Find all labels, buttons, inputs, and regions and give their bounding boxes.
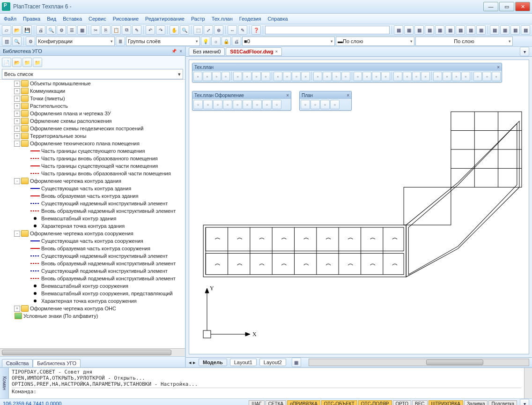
- tree-item[interactable]: -Оформление чертежа контура здания: [0, 177, 185, 185]
- doc-tab-close-icon[interactable]: ×: [275, 49, 278, 54]
- status-toggle[interactable]: Подсветка: [488, 400, 517, 405]
- tb-a-icon[interactable]: ▦: [394, 25, 403, 35]
- tree-item[interactable]: +Оформление схемы геодезических построен…: [0, 125, 185, 132]
- tb-d-icon[interactable]: ▦: [425, 25, 434, 35]
- tree-item[interactable]: Внемасштабный контур сооружения: [0, 282, 185, 290]
- tool-icon[interactable]: ▦: [77, 25, 87, 35]
- status-toggle[interactable]: ШТРИХОВКА: [429, 400, 463, 405]
- tree-item[interactable]: +Офрмление схемы расположения: [0, 117, 185, 125]
- tree-item[interactable]: +Оформление чертежа контура ОНС: [0, 305, 185, 312]
- lib-new-icon[interactable]: 📄: [2, 58, 11, 67]
- ft-btn-icon[interactable]: ▫: [412, 72, 421, 81]
- layout-hscroll[interactable]: [309, 359, 529, 366]
- panel-a-icon[interactable]: ▥: [2, 37, 11, 46]
- status-toggle[interactable]: ОРТО: [393, 400, 411, 405]
- tree-item[interactable]: Существующий надземный конструктивный эл…: [0, 200, 185, 207]
- tree-item[interactable]: Условные знаки (По алфавиту): [0, 312, 185, 320]
- canvas[interactable]: Тех.план× ▫▫▫▫▫▫▫▫▫▫▫▫▫▫▫▫▫▫▫▫▫▫▫▫▫▫▫▫▫▫…: [189, 60, 529, 354]
- ft-btn-icon[interactable]: ▫: [482, 72, 491, 81]
- brush-icon[interactable]: ✎: [132, 25, 141, 35]
- tree-item[interactable]: -Оформление технического плана помещения: [0, 140, 185, 147]
- zoomall-icon[interactable]: ⊕: [214, 25, 223, 35]
- tree-item[interactable]: +Растительность: [0, 102, 185, 110]
- ft-btn-icon[interactable]: ▫: [193, 72, 202, 81]
- status-toggle[interactable]: ВЕС: [412, 400, 428, 405]
- ft-btn-icon[interactable]: ▫: [273, 72, 282, 81]
- lock-icon[interactable]: 🔒: [222, 37, 231, 46]
- tb-b-icon[interactable]: ▦: [404, 25, 414, 35]
- dist-icon[interactable]: ↔: [228, 25, 237, 35]
- ft-btn-icon[interactable]: ▫: [393, 72, 402, 81]
- ft-btn-icon[interactable]: ▫: [233, 72, 242, 81]
- tree-item[interactable]: Внемасштабный контур сооружения, предста…: [0, 290, 185, 297]
- ft-btn-icon[interactable]: ▫: [243, 72, 251, 81]
- library-tree[interactable]: +Объекты промышленные+Коммуникации+Точки…: [0, 79, 185, 348]
- tb-c-icon[interactable]: ▦: [414, 25, 424, 35]
- linetype-combo[interactable]: ▬ По слою: [336, 37, 414, 46]
- menu-тех.план[interactable]: Тех.план: [212, 16, 233, 22]
- tree-item[interactable]: Характерная точка контура сооружения: [0, 297, 185, 305]
- ft-btn-icon[interactable]: ▫: [381, 72, 390, 81]
- status-toggle[interactable]: ШАГ: [249, 400, 264, 405]
- minimize-button[interactable]: —: [483, 2, 498, 11]
- ft-btn-icon[interactable]: ▫: [433, 72, 442, 81]
- help-icon[interactable]: ❓: [251, 25, 261, 35]
- tree-item[interactable]: +Территориальные зоны: [0, 132, 185, 140]
- tree-item[interactable]: Вновь образуемый надземный конструктивны…: [0, 207, 185, 215]
- ft-btn-icon[interactable]: ▫: [354, 72, 362, 81]
- tb-j-icon[interactable]: ▦: [490, 25, 499, 35]
- ft-btn-icon[interactable]: ▫: [301, 72, 310, 81]
- edit-icon[interactable]: ✎: [238, 25, 247, 35]
- layout-grid-icon[interactable]: ▦: [292, 358, 301, 367]
- print-layer-icon[interactable]: 🖨: [232, 37, 241, 46]
- pin-icon[interactable]: 📌: [171, 49, 177, 53]
- menu-геодезия[interactable]: Геодезия: [239, 16, 261, 22]
- tab-layout2[interactable]: Layout2: [259, 359, 286, 366]
- cut-icon[interactable]: ✂: [91, 25, 100, 35]
- toolbar-techplan[interactable]: Тех.план× ▫▫▫▫▫▫▫▫▫▫▫▫▫▫▫▫▫▫▫▫▫▫▫▫▫▫▫▫▫▫…: [192, 63, 502, 82]
- print-icon[interactable]: 🖨: [36, 25, 45, 35]
- ft-btn-icon[interactable]: ▫: [461, 72, 470, 81]
- tb-k-icon[interactable]: ▦: [500, 25, 510, 35]
- tree-item[interactable]: +Оформления плана и чертежа ЗУ: [0, 110, 185, 117]
- layout-nav[interactable]: ◂ ▸: [189, 360, 196, 366]
- ft-btn-icon[interactable]: ▫: [421, 72, 430, 81]
- ft-btn-icon[interactable]: ▫: [362, 72, 371, 81]
- ft-btn-icon[interactable]: ▫: [261, 72, 270, 81]
- tab-model[interactable]: Модель: [199, 359, 227, 366]
- lib-folder2-icon[interactable]: 📁: [33, 58, 42, 67]
- tree-item[interactable]: Внемасштабный контур здания: [0, 215, 185, 222]
- menu-правка[interactable]: Правка: [23, 16, 40, 22]
- status-toggle[interactable]: Заливка: [464, 400, 488, 405]
- config-btn-icon[interactable]: ⚙: [26, 37, 35, 46]
- menu-рисование[interactable]: Рисование: [113, 16, 139, 22]
- ft-btn-icon[interactable]: ▫: [283, 72, 292, 81]
- tb-l-icon[interactable]: ▦: [510, 25, 520, 35]
- save-icon[interactable]: 💾: [22, 25, 32, 35]
- config-combo[interactable]: Конфигурации: [36, 37, 115, 46]
- command-vscroll[interactable]: [524, 368, 532, 398]
- toolbar-techplan-close-icon[interactable]: ×: [497, 65, 500, 70]
- redo-icon[interactable]: ↷: [156, 25, 165, 35]
- preview-icon[interactable]: 🔍: [46, 25, 56, 35]
- maximize-button[interactable]: ▭: [499, 2, 514, 11]
- tree-item[interactable]: Характерная точка контура здания: [0, 222, 185, 230]
- copy-icon[interactable]: ⎘: [101, 25, 111, 35]
- layers-icon[interactable]: ≣: [116, 37, 125, 46]
- zoomext-icon[interactable]: ⤢: [204, 25, 213, 35]
- lineweight-combo[interactable]: По слою: [415, 37, 513, 46]
- status-toggle[interactable]: оПРИВЯЗКА: [287, 400, 320, 405]
- menu-редактирование[interactable]: Редактирование: [145, 16, 185, 22]
- status-menu-icon[interactable]: ▾: [520, 399, 529, 405]
- lib-open-icon[interactable]: 📂: [12, 58, 22, 67]
- tb-g-icon[interactable]: ▦: [456, 25, 465, 35]
- tree-item[interactable]: -Оформление чертежа контура сооружения: [0, 230, 185, 237]
- panel-b-icon[interactable]: 🔍: [12, 37, 22, 46]
- tree-item[interactable]: Существующая часть контура здания: [0, 185, 185, 192]
- tree-item[interactable]: +Объекты промышленные: [0, 80, 185, 87]
- menu-справка[interactable]: Справка: [267, 16, 288, 22]
- ft-btn-icon[interactable]: ▫: [341, 72, 350, 81]
- ft-btn-icon[interactable]: ▫: [492, 72, 501, 81]
- tree-item[interactable]: +Коммуникации: [0, 87, 185, 95]
- ft-btn-icon[interactable]: ▫: [443, 72, 451, 81]
